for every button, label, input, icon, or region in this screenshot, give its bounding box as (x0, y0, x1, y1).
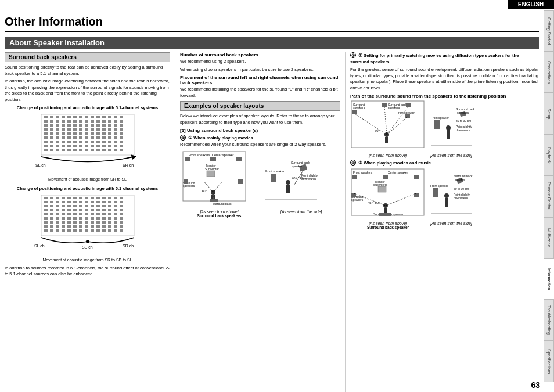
svg-rect-48 (73, 128, 77, 131)
svg-rect-340 (433, 188, 438, 197)
svg-rect-250 (91, 229, 94, 232)
svg-text:speaker: speaker (455, 178, 465, 181)
svg-rect-51 (91, 128, 94, 131)
svg-text:60°: 60° (202, 189, 208, 193)
when1-text: Recommended when your surround speakers … (180, 142, 340, 148)
right-diagram-row1: Surround speakers Surround back speakers… (350, 100, 539, 157)
svg-rect-335 (379, 213, 391, 216)
svg-rect-50 (85, 128, 88, 131)
svg-rect-32 (62, 124, 65, 127)
svg-rect-101 (56, 145, 59, 147)
svg-rect-120 (85, 149, 88, 151)
svg-rect-163 (73, 205, 77, 207)
svg-rect-322 (352, 175, 357, 179)
svg-rect-157 (120, 201, 123, 203)
svg-rect-14 (120, 116, 123, 118)
svg-rect-324 (383, 175, 388, 179)
tab-playback[interactable]: Playback (544, 134, 554, 175)
svg-rect-315 (447, 130, 450, 139)
svg-rect-255 (120, 229, 123, 232)
svg-rect-173 (50, 209, 53, 211)
svg-rect-294 (352, 110, 357, 114)
svg-rect-111 (114, 145, 117, 147)
svg-rect-94 (96, 141, 100, 143)
svg-rect-175 (62, 209, 65, 211)
svg-rect-172 (44, 209, 48, 211)
svg-rect-165 (85, 205, 88, 207)
main-content: Other Information About Speaker Installa… (0, 10, 544, 392)
svg-rect-249 (85, 229, 88, 232)
svg-rect-12 (108, 116, 111, 118)
svg-rect-59 (56, 132, 59, 135)
svg-rect-114 (50, 149, 53, 151)
svg-rect-162 (67, 205, 71, 207)
svg-rect-241 (120, 225, 123, 228)
svg-rect-309 (434, 120, 440, 129)
svg-rect-34 (73, 124, 77, 127)
tab-remote-control[interactable]: Remote Control (544, 175, 554, 217)
svg-rect-115 (56, 149, 59, 151)
svg-rect-83 (114, 136, 117, 139)
svg-rect-245 (62, 229, 65, 232)
right-side-svg2: Front speaker Surround back speaker 60 t… (428, 168, 474, 220)
svg-rect-185 (120, 209, 123, 211)
tab-connections[interactable]: Connections (544, 52, 554, 93)
svg-rect-200 (44, 217, 48, 220)
svg-rect-31 (56, 124, 59, 127)
svg-text:SL ch: SL ch (34, 244, 45, 248)
svg-rect-212 (114, 217, 117, 220)
svg-rect-243 (50, 229, 53, 232)
svg-text:Front speaker: Front speaker (265, 170, 285, 173)
svg-rect-28 (120, 120, 123, 123)
tab-troubleshooting[interactable]: Troubleshooting (544, 300, 554, 341)
left-body-text1: Sound positioning directly to the rear c… (5, 64, 170, 103)
svg-rect-93 (91, 141, 94, 143)
svg-rect-222 (91, 221, 94, 224)
svg-rect-174 (56, 209, 59, 211)
svg-rect-108 (96, 145, 100, 147)
svg-rect-80 (96, 136, 100, 139)
svg-rect-217 (62, 221, 65, 224)
caption-side-middle: [As seen from the side] (262, 210, 340, 214)
svg-rect-178 (79, 209, 82, 211)
svg-rect-201 (50, 217, 53, 220)
tab-setup[interactable]: Setup (544, 93, 554, 134)
svg-rect-131 (50, 197, 53, 199)
caption-right-above2: [As seen from above] (350, 221, 426, 225)
svg-rect-97 (114, 141, 117, 143)
svg-rect-159 (50, 205, 53, 207)
svg-rect-1 (44, 116, 48, 118)
svg-rect-49 (79, 128, 82, 131)
svg-rect-88 (62, 141, 65, 143)
diagram1-svg: SL ch SR ch (30, 112, 146, 175)
tab-information[interactable]: Information (544, 258, 554, 300)
svg-rect-150 (79, 201, 82, 203)
svg-rect-22 (85, 120, 88, 123)
svg-rect-298 (406, 103, 411, 107)
svg-rect-91 (79, 141, 82, 143)
surround-back-label: Surround back speakers (180, 214, 258, 218)
svg-rect-246 (67, 229, 71, 232)
svg-text:SL ch: SL ch (35, 163, 46, 167)
svg-rect-242 (44, 229, 48, 232)
tab-getting-started[interactable]: Getting Started (544, 10, 554, 52)
svg-line-303 (355, 114, 387, 135)
svg-rect-130 (44, 197, 48, 199)
tab-specifications[interactable]: Specifications (544, 341, 554, 382)
tab-multi-zone[interactable]: Multi-zone (544, 217, 554, 258)
svg-rect-70 (120, 132, 123, 135)
svg-rect-36 (85, 124, 88, 127)
using-surround-title: [1] Using surround back speaker(s) (180, 128, 340, 133)
svg-text:SR ch: SR ch (123, 163, 134, 167)
svg-rect-135 (73, 197, 77, 199)
svg-rect-68 (108, 132, 111, 135)
svg-text:downwards: downwards (301, 177, 316, 181)
svg-rect-323 (414, 175, 419, 179)
svg-rect-99 (44, 145, 48, 147)
svg-rect-60 (62, 132, 65, 135)
svg-rect-13 (114, 116, 117, 118)
svg-rect-86 (50, 141, 53, 143)
svg-rect-96 (108, 141, 111, 143)
svg-rect-134 (67, 197, 71, 199)
english-label: ENGLISH (508, 0, 554, 9)
